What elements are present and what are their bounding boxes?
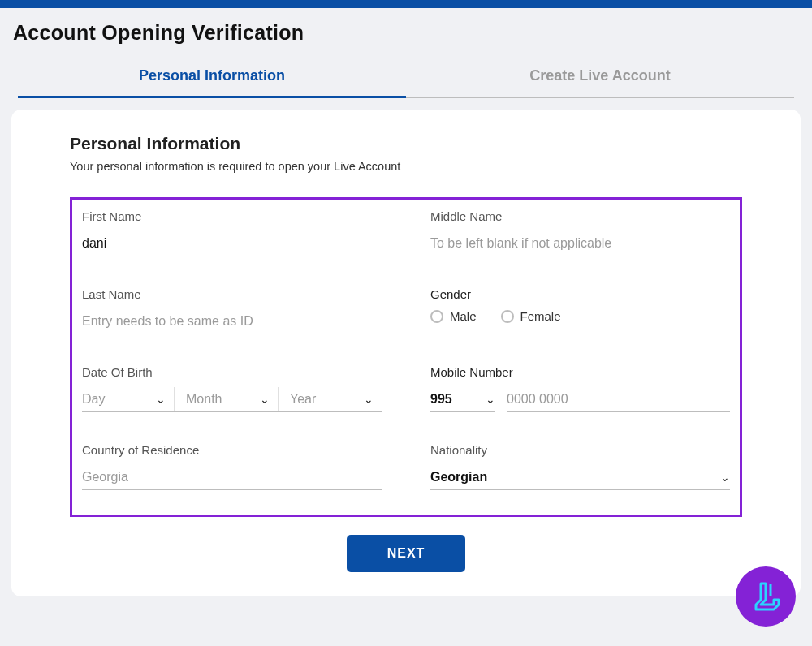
chat-fab[interactable] — [736, 566, 796, 627]
dob-day-select[interactable]: Day ⌄ — [82, 387, 174, 411]
chevron-down-icon: ⌄ — [156, 393, 166, 406]
dob-year-select[interactable]: Year ⌄ — [278, 387, 382, 411]
section-subtitle: Your personal information is required to… — [70, 160, 742, 173]
gender-female-label: Female — [520, 309, 561, 323]
first-name-input[interactable] — [82, 231, 382, 256]
mobile-code-text: 995 — [430, 392, 452, 407]
chevron-down-icon: ⌄ — [364, 393, 374, 406]
tab-personal-information[interactable]: Personal Information — [18, 59, 406, 98]
gender-male-radio[interactable]: Male — [430, 309, 477, 323]
first-name-label: First Name — [82, 209, 382, 223]
gender-female-radio[interactable]: Female — [501, 309, 561, 323]
highlighted-form-area: First Name Middle Name Last Name Gender … — [70, 197, 742, 517]
top-accent-bar — [0, 0, 812, 8]
mobile-number-input[interactable] — [507, 387, 730, 412]
gender-male-label: Male — [450, 309, 477, 323]
country-label: Country of Residence — [82, 443, 382, 457]
mobile-label: Mobile Number — [430, 365, 730, 379]
radio-icon — [430, 310, 443, 323]
last-name-label: Last Name — [82, 287, 382, 301]
dob-month-text: Month — [186, 392, 222, 407]
dob-month-select[interactable]: Month ⌄ — [174, 387, 278, 411]
nationality-label: Nationality — [430, 443, 730, 457]
gender-label: Gender — [430, 287, 730, 301]
last-name-input[interactable] — [82, 309, 382, 334]
section-title: Personal Information — [70, 134, 742, 153]
next-button[interactable]: NEXT — [347, 535, 466, 572]
dob-label: Date Of Birth — [82, 365, 382, 379]
country-field[interactable]: Georgia — [82, 465, 382, 490]
nationality-text: Georgian — [430, 470, 487, 484]
chevron-down-icon: ⌄ — [720, 471, 730, 484]
chevron-down-icon: ⌄ — [486, 393, 495, 406]
middle-name-input[interactable] — [430, 231, 730, 256]
mobile-country-code-select[interactable]: 995 ⌄ — [430, 387, 495, 412]
nationality-select[interactable]: Georgian ⌄ — [430, 465, 730, 490]
radio-icon — [501, 310, 514, 323]
tab-create-live-account[interactable]: Create Live Account — [406, 59, 794, 98]
dob-year-text: Year — [290, 392, 316, 407]
middle-name-label: Middle Name — [430, 209, 730, 223]
chevron-down-icon: ⌄ — [260, 393, 270, 406]
tabs: Personal Information Create Live Account — [18, 59, 794, 98]
dob-day-text: Day — [82, 392, 105, 407]
form-card: Personal Information Your personal infor… — [11, 110, 801, 596]
chat-logo-icon — [749, 580, 782, 613]
page-title: Account Opening Verification — [0, 8, 812, 59]
